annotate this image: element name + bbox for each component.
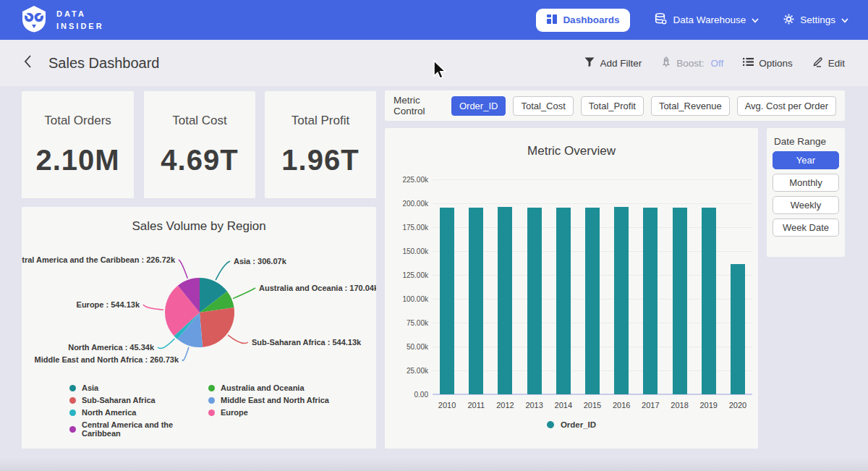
pie-legend-item-sub-saharan-africa[interactable]: Sub-Saharan Africa [69, 396, 208, 404]
pie-legend-item-europe[interactable]: Europe [208, 408, 329, 417]
pie-legend-item-north-america[interactable]: North America [69, 408, 208, 417]
kpi-card-total-cost: Total Cost 4.69T [144, 91, 255, 198]
legend-dot [69, 397, 76, 404]
metric-chip-order-id[interactable]: Order_ID [451, 96, 506, 116]
bar-chart[interactable]: 225.00k200.00k175.00k150.00k125.00k100.0… [385, 128, 758, 449]
top-nav: DATA INSIDER Dashboards [0, 0, 868, 40]
settings-menu[interactable]: Settings [783, 14, 848, 27]
options-list-icon [743, 57, 754, 69]
pie-label-europe: Europe : 544.13k [77, 300, 140, 309]
bar-2017[interactable] [643, 208, 658, 394]
bar-2014[interactable] [556, 208, 571, 394]
bar-2013[interactable] [527, 208, 542, 394]
x-axis-tick: 2015 [578, 401, 607, 410]
bar-2015[interactable] [585, 208, 600, 394]
date-range-monthly[interactable]: Monthly [773, 174, 839, 192]
legend-label: North America [82, 408, 136, 417]
pie-label-line [143, 305, 163, 310]
date-range-week-date[interactable]: Week Date [773, 218, 839, 237]
header-actions: Add Filter Boost:Off [584, 56, 845, 69]
bar-2016[interactable] [614, 207, 629, 394]
y-axis-tick: 50.00k [391, 343, 428, 351]
pie-slice-sub-saharan-africa[interactable] [200, 307, 234, 347]
metric-chip-total-profit[interactable]: Total_Profit [581, 96, 644, 116]
brand-name: DATA INSIDER [56, 8, 104, 32]
data-warehouse-label: Data Warehouse [673, 14, 746, 25]
options-button[interactable]: Options [743, 57, 793, 69]
pie-label-line [228, 335, 248, 343]
boost-value: Off [710, 58, 723, 69]
pie-label-asia: Asia : 306.07k [234, 257, 287, 266]
x-axis-tick: 2016 [607, 401, 636, 410]
bar-2012[interactable] [498, 207, 512, 394]
legend-label: Asia [82, 383, 98, 392]
dashboards-button[interactable]: Dashboards [536, 9, 630, 32]
legend-label: Central America and the Caribbean [82, 420, 208, 438]
bar-2010[interactable] [440, 208, 454, 394]
metric-chip-total-cost[interactable]: Total_Cost [513, 96, 573, 116]
legend-label: Middle East and North Africa [221, 396, 329, 404]
metric-chip-avg-cost-per-order[interactable]: Avg. Cost per Order [737, 96, 836, 116]
y-axis-tick: 25.00k [391, 367, 428, 375]
kpi-label: Total Profit [292, 114, 349, 128]
boost-label: Boost: [676, 58, 704, 69]
bar-chart-card: Metric Overview 225.00k200.00k175.00k150… [385, 128, 758, 449]
x-axis-tick: 2011 [461, 401, 490, 410]
bar-2019[interactable] [702, 208, 716, 394]
bar-2018[interactable] [673, 208, 687, 394]
database-icon [655, 13, 667, 27]
legend-dot [208, 385, 215, 391]
chevron-down-icon [752, 14, 759, 25]
x-axis-tick: 2013 [520, 401, 549, 410]
pie-legend-item-australia-and-oceania[interactable]: Australia and Oceania [208, 383, 329, 392]
owl-logo-icon [20, 5, 48, 35]
x-axis-tick: 2018 [665, 401, 694, 410]
date-range-year[interactable]: Year [773, 151, 839, 169]
add-filter-label: Add Filter [600, 58, 642, 69]
gridline [433, 203, 752, 204]
kpi-card-total-profit: Total Profit 1.96T [265, 91, 376, 198]
bar-chart-legend: Order_ID [385, 420, 758, 429]
settings-label: Settings [800, 14, 835, 25]
chevron-down-icon [841, 14, 848, 25]
date-range-weekly[interactable]: Weekly [773, 196, 839, 214]
edit-button[interactable]: Edit [812, 56, 845, 69]
x-axis-tick: 2014 [549, 401, 578, 410]
pie-legend-item-central-america-and-the-caribbean[interactable]: Central America and the Caribbean [69, 420, 208, 438]
x-axis-tick: 2010 [433, 401, 461, 410]
bar-2020[interactable] [731, 264, 745, 394]
y-axis-tick: 100.00k [391, 295, 428, 303]
data-warehouse-menu[interactable]: Data Warehouse [655, 13, 759, 27]
pie-legend-item-asia[interactable]: Asia [69, 383, 208, 392]
dashboards-grid-icon [547, 14, 557, 26]
y-axis-tick: 125.00k [391, 271, 428, 279]
legend-label: Order_ID [561, 420, 596, 429]
boost-toggle[interactable]: Boost:Off [661, 56, 723, 69]
kpi-label: Total Orders [44, 114, 111, 128]
y-axis-tick: 0.00 [391, 391, 428, 399]
pie-label-australia-and-oceania: Australia and Oceania : 170.04k [259, 284, 376, 292]
bar-2011[interactable] [469, 208, 483, 394]
legend-dot [69, 385, 76, 391]
back-button[interactable] [23, 54, 32, 72]
options-label: Options [759, 58, 793, 69]
pie-label-central-america-and-the-caribbean: Central America and the Caribbean : 226.… [22, 255, 176, 264]
nav-menu: Dashboards Data Warehouse [536, 9, 848, 32]
brand-logo: DATA INSIDER [20, 5, 104, 35]
pie-label-line [216, 261, 230, 280]
date-range-options: YearMonthlyWeeklyWeek Date [767, 151, 845, 237]
gridline [433, 179, 752, 180]
y-axis-tick: 175.00k [391, 224, 428, 232]
add-filter-button[interactable]: Add Filter [584, 57, 642, 69]
pie-legend-item-middle-east-and-north-africa[interactable]: Middle East and North Africa [208, 396, 329, 404]
kpi-card-total-orders: Total Orders 2.10M [22, 91, 134, 198]
y-axis-tick: 200.00k [391, 200, 428, 208]
metric-chip-total-revenue[interactable]: Total_Revenue [651, 96, 730, 116]
legend-dot [69, 410, 76, 416]
y-axis-tick: 150.00k [391, 247, 428, 255]
pie-chart-card: Sales Volume by Region Asia : 306.07kAus… [22, 207, 376, 449]
x-axis-tick: 2020 [723, 401, 752, 410]
rocket-icon [661, 56, 671, 69]
legend-label: Australia and Oceania [221, 383, 305, 392]
filter-funnel-icon [584, 57, 595, 69]
